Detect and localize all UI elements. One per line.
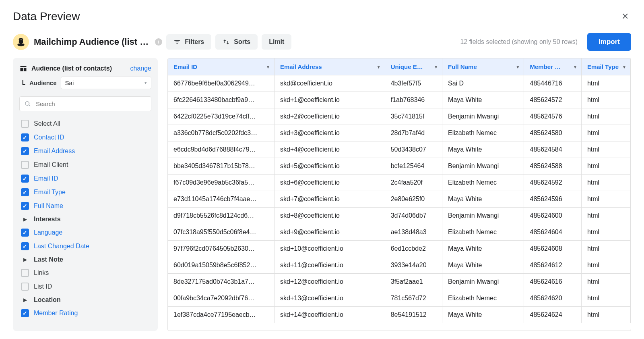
column-header[interactable]: Member …▼ [524,58,581,75]
checkbox[interactable] [21,309,29,317]
table-row: 00fa9bc34ca7e2092dbf76…skd+13@coefficien… [168,290,631,307]
selection-summary: 12 fields selected (showing only 50 rows… [460,38,578,46]
table-body: 66776be9f6bef0a3062949…skd@coefficient.i… [168,75,631,323]
table-cell: skd+2@coefficient.io [274,108,385,125]
table-row: f67c09d3e96e9ab5c36fa5…skd+6@coefficient… [168,175,631,191]
field-item-interests[interactable]: ▶Interests [19,213,151,226]
filters-button[interactable]: Filters [166,34,211,50]
field-label: Member Rating [34,310,78,317]
field-item-email-type[interactable]: Email Type [19,185,151,199]
column-header[interactable]: Email Address▼ [274,58,385,75]
table-row: 1ef387cda4ce77195eaecb…skd+14@coefficien… [168,307,631,323]
checkbox[interactable] [21,269,29,277]
chevron-down-icon: ▼ [434,64,438,69]
field-item-links[interactable]: Links [19,266,151,280]
change-link[interactable]: change [130,65,152,72]
table-cell: html [581,92,630,108]
table-cell: 485624612 [524,257,581,274]
table-cell: Sai D [442,75,524,92]
table-cell: Maya White [442,241,524,257]
audience-select[interactable]: Sai ▾ [61,77,151,89]
field-item-language[interactable]: Language [19,226,151,239]
search-input[interactable] [35,100,146,108]
table-cell: skd+10@coefficient.io [274,241,385,257]
field-label: Last Note [34,256,63,263]
sorts-button[interactable]: Sorts [215,34,258,50]
chevron-right-icon: ▶ [21,297,29,303]
table-cell: 781c567d72 [385,290,442,307]
field-item-list-id[interactable]: List ID [19,280,151,293]
checkbox[interactable] [21,161,29,169]
checkbox[interactable] [21,175,29,183]
audience-select-row: L Audience Sai ▾ [19,77,151,89]
field-item-location[interactable]: ▶Location [19,293,151,306]
search-icon [25,101,31,107]
field-label: Interests [34,216,61,223]
checkbox[interactable] [21,242,29,250]
table-row: bbe3405d3467817b15b78…skd+5@coefficient.… [168,158,631,175]
field-item-contact-id[interactable]: Contact ID [19,131,151,144]
checkbox[interactable] [21,229,29,237]
table-cell: skd+1@coefficient.io [274,92,385,108]
column-header[interactable]: Email ID▼ [168,58,274,75]
field-item-email-id[interactable]: Email ID [19,172,151,185]
field-label: List ID [34,283,52,290]
field-item-select-all[interactable]: Select All [19,117,151,131]
field-item-email-address[interactable]: Email Address [19,144,151,158]
table-cell: 485624576 [524,108,581,125]
column-header[interactable]: Unique E…▼ [385,58,442,75]
field-item-last-changed-date[interactable]: Last Changed Date [19,239,151,253]
field-item-email-client[interactable]: Email Client [19,158,151,172]
limit-button[interactable]: Limit [262,34,291,50]
field-item-member-rating[interactable]: Member Rating [19,306,151,320]
checkbox[interactable] [21,147,29,155]
info-icon[interactable]: i [155,38,162,46]
table-cell: e6cdc9bd4d6d76888f4c79… [168,141,274,158]
table-cell: skd+6@coefficient.io [274,175,385,191]
source-header: Mailchimp Audience (list … i [13,34,162,50]
checkbox[interactable] [21,283,29,291]
field-item-full-name[interactable]: Full Name [19,199,151,213]
checkbox[interactable] [21,188,29,196]
limit-label: Limit [269,38,284,46]
sort-icon [223,38,230,46]
sidebar-header: Audience (list of contacts) change [19,64,151,73]
modal-title: Data Preview [13,10,80,23]
table-cell: Elizabeth Nemec [442,224,524,241]
checkbox[interactable] [21,133,29,141]
checkbox[interactable] [21,202,29,210]
table-cell: f67c09d3e96e9ab5c36fa5… [168,175,274,191]
table-cell: skd+12@coefficient.io [274,274,385,290]
chevron-down-icon: ▼ [266,64,270,69]
field-search[interactable] [19,96,151,111]
table-row: 07fc318a95f550d5c06f8e4…skd+9@coefficien… [168,224,631,241]
table-row: 8de327175ad0b74c3b1a7…skd+12@coefficient… [168,274,631,290]
column-header[interactable]: Email Type▼ [581,58,630,75]
table-cell: html [581,108,630,125]
table-cell: html [581,290,630,307]
checkbox[interactable] [21,120,29,128]
table-row: e6cdc9bd4d6d76888f4c79…skd+4@coefficient… [168,141,631,158]
table-cell: 97f796f2cd0764505b2630… [168,241,274,257]
field-label: Email Client [34,161,68,168]
table-cell: skd@coefficient.io [274,75,385,92]
table-header-row: Email ID▼Email Address▼Unique E…▼Full Na… [168,58,631,75]
table-cell: 28d7b7af4d [385,125,442,141]
field-item-last-note[interactable]: ▶Last Note [19,253,151,266]
import-button[interactable]: Import [587,33,631,51]
table-cell: html [581,175,630,191]
audience-select-value: Sai [65,79,74,86]
column-header[interactable]: Full Name▼ [442,58,524,75]
table-cell: skd+3@coefficient.io [274,125,385,141]
field-label: Full Name [34,202,63,210]
close-icon[interactable]: ✕ [619,10,631,23]
table-row: 6422cf0225e73d19ce74cff…skd+2@coefficien… [168,108,631,125]
table-cell: Benjamin Mwangi [442,274,524,290]
table-cell: 00fa9bc34ca7e2092dbf76… [168,290,274,307]
fields-list: Select AllContact IDEmail AddressEmail C… [19,117,151,320]
table-cell: 485624596 [524,191,581,208]
data-preview-modal: Data Preview ✕ Mailchimp Audience (list … [0,0,644,339]
table-cell: 6fc22646133480bacbf9a9… [168,92,274,108]
table-cell: Benjamin Mwangi [442,208,524,224]
table-row: 6fc22646133480bacbf9a9…skd+1@coefficient… [168,92,631,108]
